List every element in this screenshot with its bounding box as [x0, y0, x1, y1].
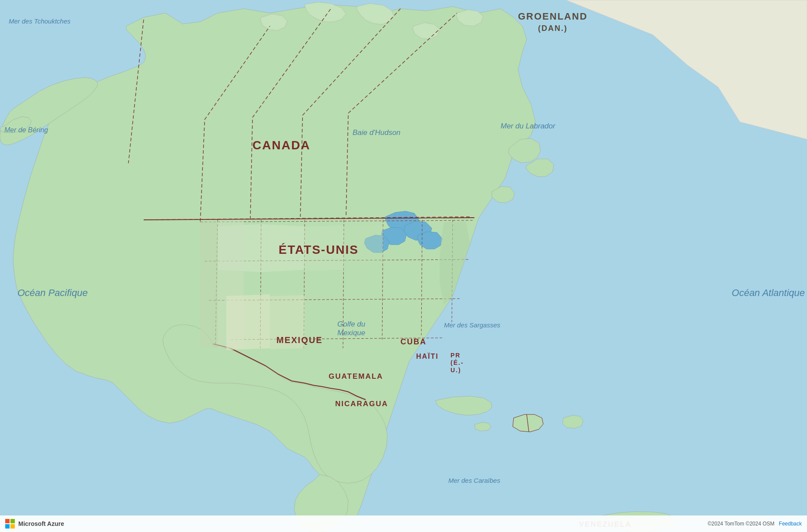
- ms-sq-yellow: [10, 524, 15, 529]
- brand-name: Microsoft Azure: [18, 520, 64, 527]
- microsoft-squares: [5, 519, 15, 529]
- copyright-text: ©2024 TomTom ©2024 OSM Feedback: [708, 521, 802, 527]
- map-svg: [0, 0, 807, 532]
- copyright-notice: ©2024 TomTom ©2024 OSM: [708, 521, 775, 527]
- ms-sq-green: [10, 519, 15, 523]
- map-container: Mer des Tchouktches Mer de Béring Océan …: [0, 0, 807, 532]
- microsoft-azure-logo: Microsoft Azure: [5, 519, 64, 529]
- bottom-bar: Microsoft Azure ©2024 TomTom ©2024 OSM F…: [0, 515, 807, 532]
- feedback-link[interactable]: Feedback: [779, 521, 802, 527]
- ms-sq-red: [5, 519, 10, 523]
- ms-sq-blue: [5, 524, 10, 529]
